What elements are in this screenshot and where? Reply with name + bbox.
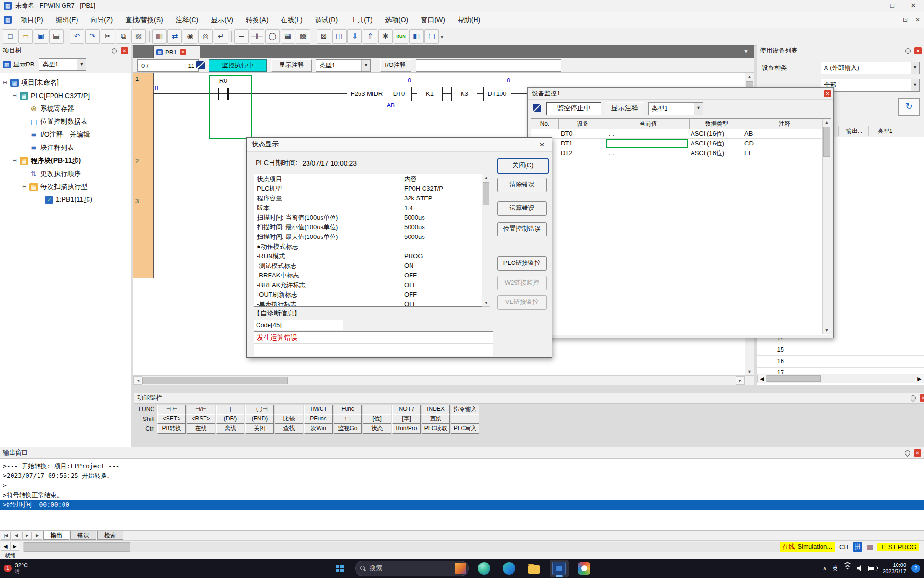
scroll-thumb[interactable]: [142, 377, 288, 384]
scroll-left-icon[interactable]: ◄: [1, 542, 10, 551]
link-monitor-button[interactable]: W2链接监控: [497, 276, 547, 290]
comment-input[interactable]: [416, 59, 561, 72]
menu-item[interactable]: 调试(D): [309, 12, 344, 28]
cell-value[interactable]: . .: [606, 129, 688, 139]
scroll-thumb[interactable]: [483, 182, 489, 205]
undo-icon[interactable]: ↶: [70, 29, 84, 44]
col-comment[interactable]: 注释: [744, 119, 825, 129]
show-comment-button[interactable]: 显示注释: [271, 59, 312, 72]
mdi-window-control[interactable]: ⊡: [899, 16, 911, 23]
menu-item[interactable]: 工具(T): [344, 12, 379, 28]
tree-item[interactable]: ⊛ 系统寄存器: [0, 102, 131, 115]
function-key[interactable]: ｜: [216, 405, 244, 414]
menu-item[interactable]: 显示(V): [205, 12, 240, 28]
save-project-icon[interactable]: ▣: [34, 29, 48, 44]
tree-item[interactable]: ≣ I/O注释一并编辑: [0, 128, 131, 141]
upload-icon[interactable]: ⇑: [363, 29, 377, 44]
ladder-contact-icon[interactable]: ⊣⊢: [250, 29, 264, 44]
function-key[interactable]: 离线: [216, 424, 244, 434]
ladder-block-icon[interactable]: ▦: [281, 29, 295, 44]
print-icon[interactable]: ▤: [49, 29, 64, 44]
instruction-box[interactable]: F263 MIDR: [346, 87, 387, 101]
chevron-down-icon[interactable]: ▼: [911, 62, 919, 74]
notification-count-badge[interactable]: 2: [911, 564, 920, 573]
error-action-button[interactable]: 位置控制错误: [497, 222, 547, 236]
tree-item[interactable]: ▤ 位置控制数据表: [0, 115, 131, 128]
close-icon[interactable]: ✕: [121, 47, 128, 54]
find-replace-icon[interactable]: ◎: [198, 29, 213, 44]
function-key[interactable]: PLC写入: [451, 424, 479, 434]
scroll-up-icon[interactable]: ▲: [745, 73, 754, 80]
output-tab[interactable]: 错误: [70, 531, 96, 540]
editor-horizontal-scrollbar[interactable]: ◄ ►: [133, 375, 754, 385]
cursor-selection-box[interactable]: [209, 75, 252, 139]
wifi-icon[interactable]: [844, 565, 851, 572]
sep-3[interactable]: [231, 31, 232, 42]
operand-box[interactable]: K1: [417, 87, 443, 101]
comment-type-select[interactable]: 类型1 ▼: [648, 102, 703, 115]
output-hscrollbar[interactable]: [23, 542, 784, 552]
output-tab[interactable]: 输出: [43, 531, 69, 540]
cell-device[interactable]: DT1: [558, 139, 606, 148]
function-key[interactable]: 比较: [275, 414, 303, 424]
operand-box[interactable]: DT0: [386, 87, 412, 101]
function-key[interactable]: NOT /: [392, 405, 421, 414]
function-key[interactable]: TM/CT: [304, 405, 333, 414]
cell-comment[interactable]: EF: [742, 148, 823, 158]
tree-item[interactable]: ≣ 块注释列表: [0, 141, 131, 154]
taskbar-app-copilot[interactable]: [475, 560, 494, 577]
close-button[interactable]: ✕: [903, 0, 924, 12]
cell-value[interactable]: . .: [606, 148, 688, 158]
io-comment-button[interactable]: I/O注释: [380, 59, 411, 72]
function-key[interactable]: INDEX: [422, 405, 450, 414]
tab-pb1[interactable]: ▦ PB1 ✕: [153, 46, 200, 58]
scroll-thumb[interactable]: [24, 542, 130, 552]
error-action-button[interactable]: 运算错误: [497, 201, 547, 216]
cut-icon[interactable]: ✂: [101, 29, 115, 44]
cell-comment[interactable]: AB: [742, 129, 823, 139]
chevron-down-icon[interactable]: ▼: [911, 79, 919, 91]
menu-item[interactable]: 查找/替换(S): [119, 12, 169, 28]
link-monitor-button[interactable]: VE链接监控: [497, 295, 547, 310]
device-row[interactable]: 16: [757, 355, 924, 368]
menu-item[interactable]: 选项(O): [379, 12, 414, 28]
scroll-left-icon[interactable]: ◄: [133, 376, 142, 385]
tree-item[interactable]: ⇅ 更改执行顺序: [0, 167, 131, 180]
function-key[interactable]: 监视Go: [334, 424, 362, 434]
scroll-right-icon[interactable]: ►: [915, 375, 924, 382]
taskbar-app-edge[interactable]: [500, 560, 519, 577]
function-key[interactable]: <RST>: [187, 414, 215, 424]
function-key[interactable]: 查找: [275, 424, 303, 434]
mdi-window-control[interactable]: —: [886, 16, 899, 23]
monitor-mode-icon[interactable]: [533, 104, 541, 112]
link-monitor-button[interactable]: PLC链接监控: [497, 256, 547, 271]
sep-4[interactable]: [314, 31, 314, 42]
menu-item[interactable]: 转换(A): [240, 12, 275, 28]
function-key[interactable]: <SET>: [157, 414, 186, 424]
menu-item[interactable]: 项目(P): [14, 12, 50, 28]
status-table-vscrollbar[interactable]: ▲ ▼: [482, 174, 490, 307]
scroll-down-icon[interactable]: ▼: [823, 328, 831, 333]
convert-icon[interactable]: ⇄: [167, 29, 182, 44]
function-key[interactable]: ↑ ↓: [334, 414, 362, 424]
find-icon[interactable]: ◉: [183, 29, 197, 44]
col-no[interactable]: No.: [531, 119, 559, 129]
new-file-icon[interactable]: □: [3, 29, 17, 44]
function-key[interactable]: 直接: [422, 414, 450, 424]
tree-expander-icon[interactable]: ⊟: [3, 79, 10, 86]
function-key[interactable]: (END): [245, 414, 274, 424]
col-datatype[interactable]: 数据类型: [690, 119, 744, 129]
ime-language-indicator[interactable]: 英: [832, 564, 838, 573]
copy-icon[interactable]: ⧉: [116, 29, 130, 44]
device-list-hscrollbar[interactable]: ◄ ►: [757, 374, 924, 383]
scroll-thumb[interactable]: [823, 127, 830, 157]
cell-value[interactable]: . .: [606, 139, 688, 148]
chevron-down-icon[interactable]: ▼: [694, 103, 703, 115]
device-monitor-icon[interactable]: ▢: [424, 29, 439, 44]
child-window-icon[interactable]: ▦: [4, 16, 12, 24]
cell-device[interactable]: DT0: [558, 129, 606, 139]
monitor-icon[interactable]: ◧: [409, 29, 424, 44]
dialog-titlebar[interactable]: 状态显示 ✕: [247, 138, 552, 152]
download-icon[interactable]: ⇓: [347, 29, 362, 44]
error-action-button[interactable]: 清除错误: [497, 178, 547, 192]
